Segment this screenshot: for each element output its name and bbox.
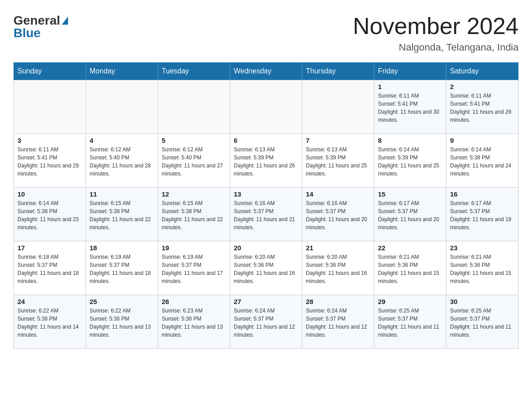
day-info: Sunrise: 6:14 AMSunset: 5:38 PMDaylight:… xyxy=(17,199,82,231)
calendar-day-cell: 3Sunrise: 6:11 AMSunset: 5:41 PMDaylight… xyxy=(14,134,86,188)
calendar-day-cell: 15Sunrise: 6:17 AMSunset: 5:37 PMDayligh… xyxy=(374,188,446,241)
calendar-day-cell: 4Sunrise: 6:12 AMSunset: 5:40 PMDaylight… xyxy=(86,134,158,188)
calendar-day-cell: 1Sunrise: 6:11 AMSunset: 5:41 PMDaylight… xyxy=(374,80,446,134)
day-info: Sunrise: 6:17 AMSunset: 5:37 PMDaylight:… xyxy=(450,199,515,231)
day-number: 8 xyxy=(378,137,442,144)
day-number: 9 xyxy=(450,137,515,144)
day-of-week-thursday: Thursday xyxy=(302,63,374,80)
calendar-day-cell: 19Sunrise: 6:19 AMSunset: 5:37 PMDayligh… xyxy=(158,241,230,295)
days-of-week-row: SundayMondayTuesdayWednesdayThursdayFrid… xyxy=(14,63,519,80)
logo: General Blue xyxy=(13,13,68,40)
month-title: November 2024 xyxy=(353,13,519,39)
calendar-day-cell xyxy=(14,80,86,134)
calendar-day-cell: 28Sunrise: 6:24 AMSunset: 5:37 PMDayligh… xyxy=(302,295,374,349)
day-info: Sunrise: 6:11 AMSunset: 5:41 PMDaylight:… xyxy=(378,92,442,124)
day-number: 28 xyxy=(306,298,370,305)
day-number: 14 xyxy=(306,190,370,198)
calendar-day-cell: 12Sunrise: 6:15 AMSunset: 5:38 PMDayligh… xyxy=(158,188,230,241)
logo-blue-label: Blue xyxy=(13,26,41,40)
calendar-day-cell: 6Sunrise: 6:13 AMSunset: 5:39 PMDaylight… xyxy=(230,134,302,188)
day-number: 29 xyxy=(378,298,442,305)
calendar-day-cell: 7Sunrise: 6:13 AMSunset: 5:39 PMDaylight… xyxy=(302,134,374,188)
day-of-week-friday: Friday xyxy=(374,63,446,80)
calendar-day-cell: 22Sunrise: 6:21 AMSunset: 5:36 PMDayligh… xyxy=(374,241,446,295)
calendar-day-cell: 5Sunrise: 6:12 AMSunset: 5:40 PMDaylight… xyxy=(158,134,230,188)
calendar-day-cell: 30Sunrise: 6:25 AMSunset: 5:37 PMDayligh… xyxy=(446,295,519,349)
day-info: Sunrise: 6:22 AMSunset: 5:36 PMDaylight:… xyxy=(90,307,154,339)
calendar-day-cell: 8Sunrise: 6:14 AMSunset: 5:39 PMDaylight… xyxy=(374,134,446,188)
day-number: 4 xyxy=(90,137,154,144)
day-info: Sunrise: 6:18 AMSunset: 5:37 PMDaylight:… xyxy=(17,253,82,285)
day-number: 19 xyxy=(162,244,226,252)
calendar-day-cell: 16Sunrise: 6:17 AMSunset: 5:37 PMDayligh… xyxy=(446,188,519,241)
day-number: 18 xyxy=(90,244,154,252)
calendar-body: 1Sunrise: 6:11 AMSunset: 5:41 PMDaylight… xyxy=(14,80,519,349)
day-number: 7 xyxy=(306,137,370,144)
calendar-day-cell: 29Sunrise: 6:25 AMSunset: 5:37 PMDayligh… xyxy=(374,295,446,349)
calendar-day-cell: 21Sunrise: 6:20 AMSunset: 5:36 PMDayligh… xyxy=(302,241,374,295)
calendar-day-cell xyxy=(302,80,374,134)
day-of-week-tuesday: Tuesday xyxy=(158,63,230,80)
day-info: Sunrise: 6:13 AMSunset: 5:39 PMDaylight:… xyxy=(234,146,298,178)
calendar-table: SundayMondayTuesdayWednesdayThursdayFrid… xyxy=(13,62,519,349)
day-of-week-saturday: Saturday xyxy=(446,63,519,80)
day-info: Sunrise: 6:24 AMSunset: 5:37 PMDaylight:… xyxy=(306,307,370,339)
day-number: 6 xyxy=(234,137,298,144)
calendar-day-cell: 20Sunrise: 6:20 AMSunset: 5:36 PMDayligh… xyxy=(230,241,302,295)
day-number: 20 xyxy=(234,244,298,252)
calendar-day-cell: 2Sunrise: 6:11 AMSunset: 5:41 PMDaylight… xyxy=(446,80,519,134)
day-number: 21 xyxy=(306,244,370,252)
logo-triangle-icon xyxy=(62,17,68,25)
calendar-day-cell: 9Sunrise: 6:14 AMSunset: 5:38 PMDaylight… xyxy=(446,134,519,188)
calendar-day-cell xyxy=(86,80,158,134)
day-info: Sunrise: 6:16 AMSunset: 5:37 PMDaylight:… xyxy=(234,199,298,231)
calendar-day-cell: 24Sunrise: 6:22 AMSunset: 5:36 PMDayligh… xyxy=(14,295,86,349)
day-number: 23 xyxy=(450,244,515,252)
day-number: 11 xyxy=(90,190,154,198)
day-number: 1 xyxy=(378,83,442,90)
day-number: 13 xyxy=(234,190,298,198)
day-info: Sunrise: 6:19 AMSunset: 5:37 PMDaylight:… xyxy=(90,253,154,285)
calendar-day-cell: 11Sunrise: 6:15 AMSunset: 5:38 PMDayligh… xyxy=(86,188,158,241)
day-info: Sunrise: 6:15 AMSunset: 5:38 PMDaylight:… xyxy=(162,199,226,231)
day-info: Sunrise: 6:12 AMSunset: 5:40 PMDaylight:… xyxy=(90,146,154,178)
day-number: 2 xyxy=(450,83,515,90)
day-info: Sunrise: 6:19 AMSunset: 5:37 PMDaylight:… xyxy=(162,253,226,285)
day-of-week-monday: Monday xyxy=(86,63,158,80)
calendar-day-cell: 23Sunrise: 6:21 AMSunset: 5:36 PMDayligh… xyxy=(446,241,519,295)
calendar-day-cell: 13Sunrise: 6:16 AMSunset: 5:37 PMDayligh… xyxy=(230,188,302,241)
day-info: Sunrise: 6:17 AMSunset: 5:37 PMDaylight:… xyxy=(378,199,442,231)
day-info: Sunrise: 6:12 AMSunset: 5:40 PMDaylight:… xyxy=(162,146,226,178)
day-info: Sunrise: 6:22 AMSunset: 5:36 PMDaylight:… xyxy=(17,307,82,339)
day-info: Sunrise: 6:13 AMSunset: 5:39 PMDaylight:… xyxy=(306,146,370,178)
day-number: 24 xyxy=(17,298,82,305)
day-number: 30 xyxy=(450,298,515,305)
day-info: Sunrise: 6:25 AMSunset: 5:37 PMDaylight:… xyxy=(450,307,515,339)
day-info: Sunrise: 6:20 AMSunset: 5:36 PMDaylight:… xyxy=(234,253,298,285)
day-info: Sunrise: 6:23 AMSunset: 5:36 PMDaylight:… xyxy=(162,307,226,339)
calendar-week-row: 17Sunrise: 6:18 AMSunset: 5:37 PMDayligh… xyxy=(14,241,519,295)
day-number: 25 xyxy=(90,298,154,305)
day-number: 3 xyxy=(17,137,82,144)
day-number: 26 xyxy=(162,298,226,305)
calendar-day-cell: 26Sunrise: 6:23 AMSunset: 5:36 PMDayligh… xyxy=(158,295,230,349)
calendar-day-cell: 17Sunrise: 6:18 AMSunset: 5:37 PMDayligh… xyxy=(14,241,86,295)
day-number: 17 xyxy=(17,244,82,252)
calendar-day-cell xyxy=(230,80,302,134)
location-title: Nalgonda, Telangana, India xyxy=(353,42,519,53)
calendar-day-cell: 27Sunrise: 6:24 AMSunset: 5:37 PMDayligh… xyxy=(230,295,302,349)
calendar-day-cell: 14Sunrise: 6:16 AMSunset: 5:37 PMDayligh… xyxy=(302,188,374,241)
day-number: 22 xyxy=(378,244,442,252)
calendar-day-cell xyxy=(158,80,230,134)
day-info: Sunrise: 6:14 AMSunset: 5:39 PMDaylight:… xyxy=(378,146,442,178)
day-number: 10 xyxy=(17,190,82,198)
day-number: 16 xyxy=(450,190,515,198)
calendar-header: SundayMondayTuesdayWednesdayThursdayFrid… xyxy=(14,63,519,80)
day-info: Sunrise: 6:20 AMSunset: 5:36 PMDaylight:… xyxy=(306,253,370,285)
day-number: 12 xyxy=(162,190,226,198)
calendar-day-cell: 10Sunrise: 6:14 AMSunset: 5:38 PMDayligh… xyxy=(14,188,86,241)
calendar-day-cell: 25Sunrise: 6:22 AMSunset: 5:36 PMDayligh… xyxy=(86,295,158,349)
day-info: Sunrise: 6:21 AMSunset: 5:36 PMDaylight:… xyxy=(378,253,442,285)
day-number: 27 xyxy=(234,298,298,305)
day-info: Sunrise: 6:15 AMSunset: 5:38 PMDaylight:… xyxy=(90,199,154,231)
